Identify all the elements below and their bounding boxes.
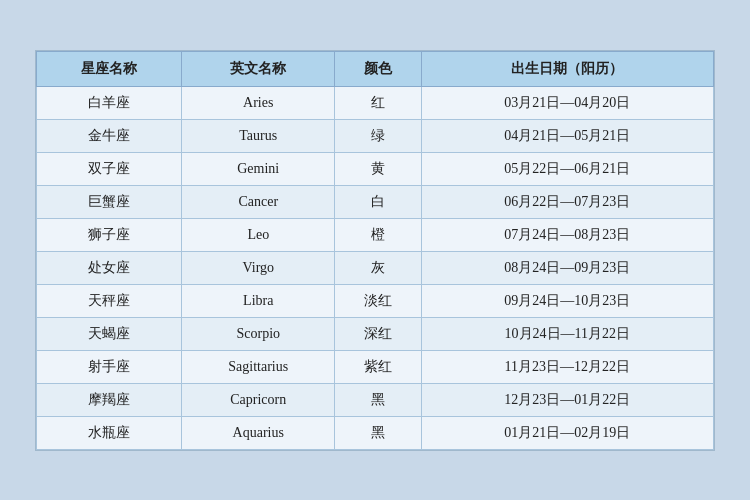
table-row: 巨蟹座Cancer白06月22日—07月23日 [37,185,714,218]
cell-date: 07月24日—08月23日 [421,218,713,251]
table-body: 白羊座Aries红03月21日—04月20日金牛座Taurus绿04月21日—0… [37,86,714,449]
cell-chinese: 天秤座 [37,284,182,317]
cell-color: 绿 [335,119,421,152]
cell-english: Leo [182,218,335,251]
zodiac-table-container: 星座名称 英文名称 颜色 出生日期（阳历） 白羊座Aries红03月21日—04… [35,50,715,451]
cell-color: 淡红 [335,284,421,317]
cell-chinese: 天蝎座 [37,317,182,350]
table-row: 处女座Virgo灰08月24日—09月23日 [37,251,714,284]
cell-color: 黑 [335,383,421,416]
col-header-date: 出生日期（阳历） [421,51,713,86]
cell-date: 12月23日—01月22日 [421,383,713,416]
table-row: 水瓶座Aquarius黑01月21日—02月19日 [37,416,714,449]
cell-color: 橙 [335,218,421,251]
cell-english: Libra [182,284,335,317]
cell-color: 黄 [335,152,421,185]
cell-english: Capricorn [182,383,335,416]
cell-date: 11月23日—12月22日 [421,350,713,383]
table-row: 天蝎座Scorpio深红10月24日—11月22日 [37,317,714,350]
cell-english: Gemini [182,152,335,185]
table-row: 金牛座Taurus绿04月21日—05月21日 [37,119,714,152]
cell-date: 10月24日—11月22日 [421,317,713,350]
cell-date: 04月21日—05月21日 [421,119,713,152]
cell-chinese: 金牛座 [37,119,182,152]
cell-date: 03月21日—04月20日 [421,86,713,119]
table-row: 摩羯座Capricorn黑12月23日—01月22日 [37,383,714,416]
cell-english: Cancer [182,185,335,218]
cell-chinese: 白羊座 [37,86,182,119]
cell-english: Sagittarius [182,350,335,383]
zodiac-table: 星座名称 英文名称 颜色 出生日期（阳历） 白羊座Aries红03月21日—04… [36,51,714,450]
table-row: 天秤座Libra淡红09月24日—10月23日 [37,284,714,317]
cell-chinese: 处女座 [37,251,182,284]
table-row: 白羊座Aries红03月21日—04月20日 [37,86,714,119]
cell-english: Aquarius [182,416,335,449]
cell-color: 白 [335,185,421,218]
cell-english: Virgo [182,251,335,284]
cell-color: 红 [335,86,421,119]
cell-color: 深红 [335,317,421,350]
cell-color: 紫红 [335,350,421,383]
cell-english: Aries [182,86,335,119]
table-row: 狮子座Leo橙07月24日—08月23日 [37,218,714,251]
cell-date: 08月24日—09月23日 [421,251,713,284]
cell-color: 灰 [335,251,421,284]
cell-chinese: 狮子座 [37,218,182,251]
cell-chinese: 双子座 [37,152,182,185]
cell-date: 05月22日—06月21日 [421,152,713,185]
col-header-chinese: 星座名称 [37,51,182,86]
cell-date: 01月21日—02月19日 [421,416,713,449]
cell-chinese: 水瓶座 [37,416,182,449]
table-row: 射手座Sagittarius紫红11月23日—12月22日 [37,350,714,383]
table-header-row: 星座名称 英文名称 颜色 出生日期（阳历） [37,51,714,86]
cell-date: 06月22日—07月23日 [421,185,713,218]
table-row: 双子座Gemini黄05月22日—06月21日 [37,152,714,185]
cell-chinese: 射手座 [37,350,182,383]
cell-date: 09月24日—10月23日 [421,284,713,317]
cell-chinese: 摩羯座 [37,383,182,416]
col-header-english: 英文名称 [182,51,335,86]
cell-color: 黑 [335,416,421,449]
col-header-color: 颜色 [335,51,421,86]
cell-english: Taurus [182,119,335,152]
cell-english: Scorpio [182,317,335,350]
cell-chinese: 巨蟹座 [37,185,182,218]
